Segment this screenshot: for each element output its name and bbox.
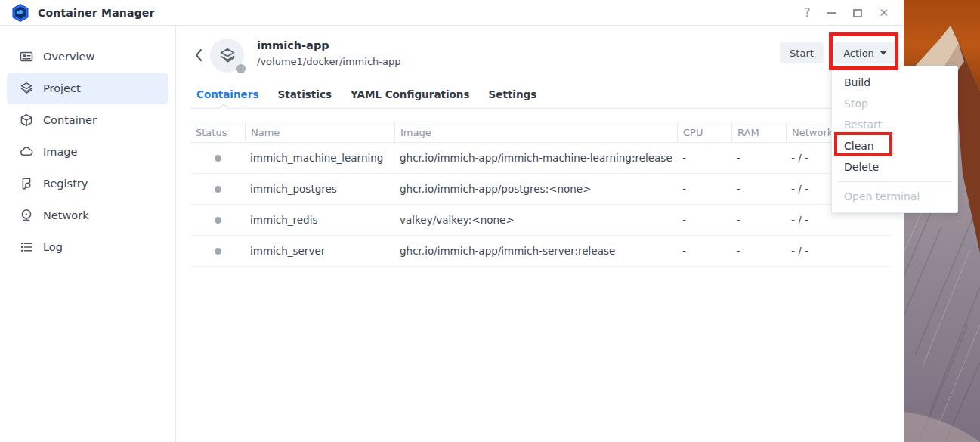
maximize-icon[interactable] — [853, 9, 862, 17]
network-icon — [20, 209, 33, 222]
start-button[interactable]: Start — [780, 42, 824, 63]
project-name: immich-app — [257, 39, 329, 51]
project-status-badge — [236, 64, 246, 73]
action-dropdown-menu: Build Stop Restart Clean Delete Open ter… — [831, 66, 958, 213]
menu-item-clean[interactable]: Clean — [832, 135, 957, 156]
table-row[interactable]: immich_postgres ghcr.io/immich-app/postg… — [190, 174, 892, 205]
container-ram: - — [731, 152, 786, 164]
sidebar-item-label: Registry — [43, 178, 88, 190]
containers-table: Status Name Image CPU RAM Network immich… — [190, 122, 892, 267]
container-image: valkey/valkey:<none> — [394, 214, 677, 226]
app-title: Container Manager — [38, 7, 155, 19]
container-name: immich_server — [245, 245, 394, 257]
menu-item-build[interactable]: Build — [832, 72, 957, 93]
image-icon — [20, 145, 33, 159]
container-cpu: - — [677, 183, 731, 195]
status-dot-icon — [215, 186, 221, 193]
container-cpu: - — [677, 152, 731, 164]
container-manager-logo-icon — [11, 3, 30, 23]
titlebar: Container Manager ? ✕ — [0, 0, 904, 26]
menu-item-stop: Stop — [832, 93, 957, 114]
sidebar-item-network[interactable]: Network — [7, 199, 168, 231]
column-header-status: Status — [190, 122, 245, 142]
help-icon[interactable]: ? — [804, 8, 810, 19]
menu-divider — [838, 181, 951, 182]
sidebar-item-registry[interactable]: Registry — [7, 168, 168, 199]
sidebar-item-label: Overview — [43, 51, 94, 63]
table-row[interactable]: immich_machine_learning ghcr.io/immich-a… — [190, 143, 892, 174]
container-image: ghcr.io/immich-app/postgres:<none> — [394, 183, 677, 195]
sidebar-item-container[interactable]: Container — [7, 104, 168, 136]
tab-settings[interactable]: Settings — [489, 88, 537, 105]
container-network: - / - — [786, 214, 892, 226]
tab-yaml-configurations[interactable]: YAML Configurations — [351, 88, 470, 105]
table-row[interactable]: immich_server ghcr.io/immich-app/immich-… — [190, 236, 892, 267]
container-cpu: - — [677, 214, 731, 226]
container-cpu: - — [677, 245, 731, 257]
status-dot-icon — [215, 248, 221, 255]
main-content: immich-app /volume1/docker/immich-app St… — [177, 26, 904, 442]
menu-item-delete[interactable]: Delete — [832, 156, 957, 178]
status-dot-icon — [215, 155, 221, 162]
column-header-ram: RAM — [731, 122, 786, 142]
container-name: immich_machine_learning — [245, 152, 394, 164]
column-header-name: Name — [245, 122, 394, 142]
table-row[interactable]: immich_redis valkey/valkey:<none> - - - … — [190, 205, 892, 236]
column-header-cpu: CPU — [677, 122, 731, 142]
action-button-label: Action — [843, 48, 874, 59]
window-controls: ? ✕ — [804, 0, 889, 26]
container-name: immich_redis — [245, 214, 394, 226]
tab-statistics[interactable]: Statistics — [277, 88, 332, 105]
back-button[interactable] — [193, 48, 207, 64]
container-image: ghcr.io/immich-app/immich-machine-learni… — [394, 152, 677, 164]
screen: Container Manager ? ✕ Overview — [0, 0, 980, 442]
sidebar-item-label: Log — [43, 241, 63, 253]
app-window: Container Manager ? ✕ Overview — [0, 0, 904, 442]
sidebar-item-label: Container — [43, 114, 97, 126]
column-header-image: Image — [394, 122, 677, 142]
registry-icon — [20, 177, 33, 190]
sidebar-item-log[interactable]: Log — [7, 231, 168, 263]
sidebar-item-image[interactable]: Image — [7, 136, 168, 168]
minimize-icon[interactable] — [827, 12, 836, 14]
sidebar-item-label: Project — [43, 82, 81, 94]
tabs-divider — [190, 108, 905, 109]
chevron-down-icon — [880, 51, 886, 55]
container-network: - / - — [786, 245, 892, 257]
container-ram: - — [731, 183, 786, 195]
project-icon — [20, 82, 33, 95]
table-header: Status Name Image CPU RAM Network — [190, 122, 892, 143]
status-dot-icon — [215, 217, 221, 224]
sidebar-item-project[interactable]: Project — [7, 73, 168, 104]
active-tab-notch — [218, 104, 229, 114]
tab-bar: Containers Statistics YAML Configuration… — [196, 88, 536, 105]
container-ram: - — [731, 214, 786, 226]
container-name: immich_postgres — [245, 183, 394, 195]
tab-containers[interactable]: Containers — [196, 88, 258, 105]
sidebar-item-label: Image — [43, 146, 77, 158]
sidebar: Overview Project Container — [0, 26, 176, 442]
sidebar-item-overview[interactable]: Overview — [7, 41, 168, 73]
project-path: /volume1/docker/immich-app — [257, 56, 400, 67]
container-ram: - — [731, 245, 786, 257]
container-image: ghcr.io/immich-app/immich-server:release — [394, 245, 677, 257]
menu-item-restart: Restart — [832, 114, 957, 135]
log-icon — [20, 240, 33, 254]
overview-icon — [20, 50, 33, 63]
close-icon[interactable]: ✕ — [879, 8, 889, 19]
sidebar-item-label: Network — [43, 209, 89, 221]
action-button[interactable]: Action — [834, 42, 895, 63]
menu-item-open-terminal: Open terminal — [832, 186, 957, 207]
container-icon — [20, 113, 33, 127]
layers-icon — [218, 47, 236, 65]
